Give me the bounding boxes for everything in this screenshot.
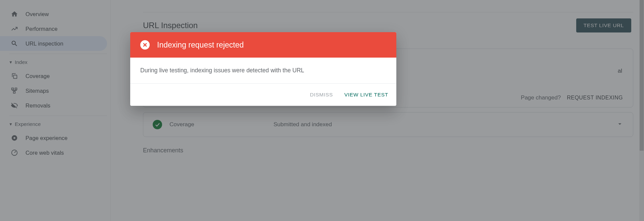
modal-actions: DISMISS VIEW LIVE TEST xyxy=(130,84,396,106)
dismiss-button[interactable]: DISMISS xyxy=(308,90,334,100)
modal-header: Indexing request rejected xyxy=(130,32,396,58)
modal-overlay[interactable]: Indexing request rejected During live te… xyxy=(0,0,644,221)
error-icon xyxy=(140,40,150,50)
modal-title: Indexing request rejected xyxy=(157,41,244,50)
modal-body: During live testing, indexing issues wer… xyxy=(130,58,396,84)
error-modal: Indexing request rejected During live te… xyxy=(130,32,396,106)
view-live-test-button[interactable]: VIEW LIVE TEST xyxy=(343,90,390,100)
